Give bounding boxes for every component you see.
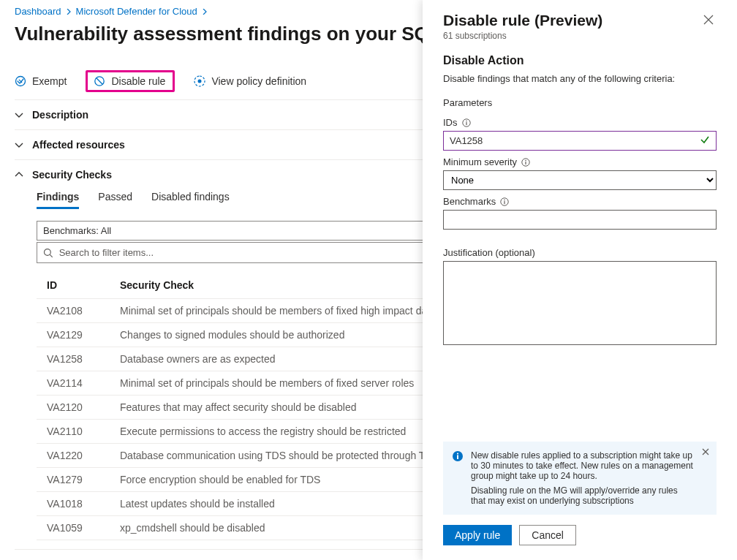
info-icon[interactable] [521, 158, 530, 167]
disable-rule-panel: Disable rule (Preview) 61 subscriptions … [423, 0, 737, 560]
row-id: VA2129 [37, 323, 110, 347]
view-policy-button[interactable]: View policy definition [194, 75, 306, 87]
cancel-button[interactable]: Cancel [519, 525, 576, 545]
svg-rect-19 [457, 455, 458, 460]
description-heading: Description [32, 109, 88, 121]
tab-findings[interactable]: Findings [37, 191, 79, 209]
row-id: VA2108 [37, 299, 110, 323]
info-icon[interactable] [500, 197, 509, 206]
info-icon [452, 450, 464, 506]
tab-passed[interactable]: Passed [98, 191, 132, 209]
benchmarks-filter-text: Benchmarks: All [43, 225, 111, 236]
chevron-right-icon [66, 9, 72, 15]
breadcrumb-defender[interactable]: Microsoft Defender for Cloud [76, 6, 197, 17]
benchmarks-label: Benchmarks [443, 196, 717, 207]
row-id: VA2120 [37, 396, 110, 420]
disable-rule-button[interactable]: Disable rule [86, 70, 175, 92]
parameters-label: Parameters [443, 97, 717, 108]
affected-heading: Affected resources [32, 139, 125, 151]
disable-rule-label: Disable rule [111, 75, 165, 87]
severity-select[interactable]: None [443, 170, 717, 190]
view-policy-label: View policy definition [211, 75, 306, 87]
chevron-down-icon [15, 110, 23, 119]
chevron-down-icon [15, 140, 23, 149]
svg-rect-16 [504, 201, 505, 204]
row-id: VA1258 [37, 347, 110, 371]
svg-point-12 [525, 159, 526, 161]
row-id: VA1279 [37, 468, 110, 492]
disable-icon [94, 75, 105, 87]
disable-action-heading: Disable Action [443, 54, 717, 67]
row-id: VA1220 [37, 444, 110, 468]
svg-rect-10 [466, 122, 466, 125]
ids-value: VA1258 [450, 135, 483, 146]
info-text-1: New disable rules applied to a subscript… [471, 450, 695, 481]
severity-label: Minimum severity [443, 156, 717, 167]
svg-point-9 [466, 120, 467, 121]
ids-input[interactable]: VA1258 [443, 131, 717, 151]
svg-rect-13 [526, 162, 526, 164]
svg-line-5 [50, 254, 52, 257]
check-icon [700, 135, 710, 147]
close-icon[interactable] [702, 447, 709, 458]
svg-point-3 [198, 80, 202, 83]
apply-rule-button[interactable]: Apply rule [443, 525, 512, 545]
panel-subcount: 61 subscriptions [443, 31, 602, 41]
row-id: VA1018 [37, 492, 110, 516]
info-banner: New disable rules applied to a subscript… [443, 442, 717, 515]
svg-point-4 [44, 249, 50, 255]
exempt-icon [15, 75, 26, 87]
exempt-button[interactable]: Exempt [15, 75, 67, 87]
chevron-up-icon [15, 170, 23, 179]
chevron-right-icon [202, 9, 208, 15]
security-checks-heading: Security Checks [32, 169, 112, 181]
col-id[interactable]: ID [37, 272, 110, 299]
exempt-label: Exempt [32, 75, 67, 87]
close-icon[interactable] [700, 12, 717, 31]
search-icon [43, 248, 53, 258]
info-text-2: Disabling rule on the MG will apply/over… [471, 485, 695, 506]
svg-line-2 [97, 78, 102, 84]
panel-title: Disable rule (Preview) [443, 12, 602, 29]
row-id: VA2114 [37, 371, 110, 396]
tab-disabled-findings[interactable]: Disabled findings [151, 191, 230, 209]
info-icon[interactable] [462, 118, 471, 127]
benchmarks-input[interactable] [443, 210, 717, 230]
breadcrumb-dashboard[interactable]: Dashboard [15, 6, 61, 17]
policy-icon [194, 75, 205, 87]
disable-action-desc: Disable findings that match any of the f… [443, 73, 717, 84]
row-id: VA1059 [37, 516, 110, 540]
justification-textarea[interactable] [443, 261, 717, 345]
svg-point-18 [457, 453, 458, 454]
row-id: VA2110 [37, 420, 110, 444]
ids-label: IDs [443, 117, 717, 128]
justification-label: Justification (optional) [443, 247, 717, 258]
svg-point-15 [504, 199, 505, 200]
